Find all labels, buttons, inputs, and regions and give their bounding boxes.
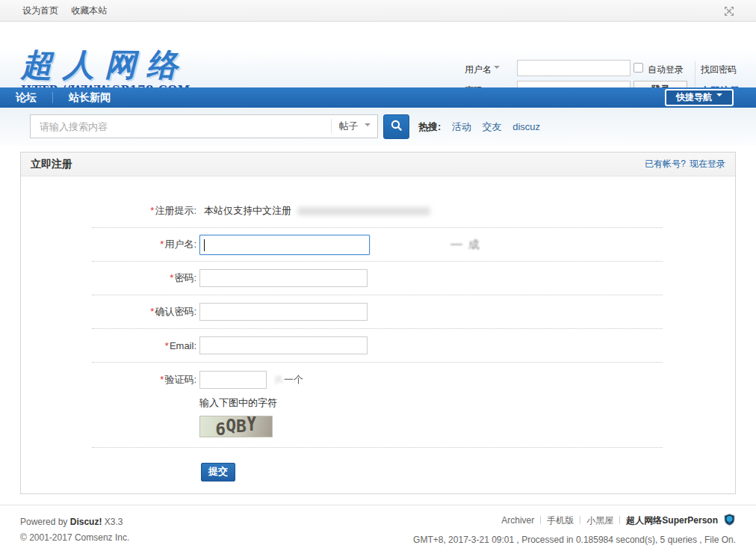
hot-search-label: 热搜: <box>418 121 441 132</box>
hot-link-friends[interactable]: 交友 <box>483 121 502 132</box>
password-row: *密码: <box>92 262 663 295</box>
expand-icon[interactable] <box>723 5 735 17</box>
tip-label: *注册提示: <box>92 204 196 218</box>
email-input[interactable] <box>199 336 368 354</box>
text-caret <box>204 239 205 251</box>
login-now-link[interactable]: 现在登录 <box>690 158 725 170</box>
submit-row: 提交 <box>92 448 735 496</box>
search-input[interactable] <box>31 115 331 138</box>
chevron-down-icon <box>716 93 722 99</box>
submit-button[interactable]: 提交 <box>201 463 235 481</box>
tip-row: *注册提示: 本站仅支持中文注册 <box>92 194 663 228</box>
captcha-input[interactable] <box>199 371 267 389</box>
main-nav: 论坛 站长新闻 快捷导航 <box>0 87 756 108</box>
chevron-down-icon <box>365 123 371 129</box>
nav-item-forum[interactable]: 论坛 <box>0 87 52 108</box>
captcha-label: *验证码: <box>92 373 196 387</box>
banned-room-link[interactable]: 小黑屋 <box>586 515 613 526</box>
username-type-dropdown-icon <box>494 66 500 72</box>
search-button[interactable] <box>383 114 409 139</box>
login-username-label[interactable]: 用户名 <box>465 64 500 76</box>
bookmark-link[interactable]: 收藏本站 <box>71 5 107 16</box>
hot-link-activity[interactable]: 活动 <box>452 121 471 132</box>
password-label: *密码: <box>92 271 196 285</box>
panel-header: 立即注册 已有帐号? 现在登录 <box>21 153 735 176</box>
confirm-password-row: *确认密码: <box>92 295 663 329</box>
captcha-section: *验证码: 换一个 输入下图中的字符 6QBY <box>92 363 663 448</box>
forgot-password-link[interactable]: 找回密码 <box>701 64 737 76</box>
mobile-link[interactable]: 手机版 <box>547 515 574 526</box>
archiver-link[interactable]: Archiver <box>501 515 534 526</box>
copyright-line: © 2001-2017 Comsenz Inc. <box>20 530 129 546</box>
set-homepage-link[interactable]: 设为首页 <box>22 5 58 16</box>
email-label: *Email: <box>92 340 196 351</box>
login-username-input[interactable] <box>517 60 630 76</box>
username-input[interactable] <box>200 236 369 254</box>
tip-text: 本站仅支持中文注册 <box>204 204 291 218</box>
captcha-image[interactable]: 6QBY <box>199 416 273 437</box>
top-utility-bar: 设为首页 收藏本站 <box>0 0 756 22</box>
hot-link-discuz[interactable]: discuz <box>512 121 540 132</box>
register-panel: 立即注册 已有帐号? 现在登录 *注册提示: 本站仅支持中文注册 *用户名: 成… <box>20 152 736 494</box>
username-row: *用户名: 成 <box>92 228 663 262</box>
footer-links-line: Archiver手机版小黑屋超人网络SuperPerson <box>413 512 736 532</box>
nav-item-news[interactable]: 站长新闻 <box>53 87 126 108</box>
logo-title: 超人网络 <box>21 49 190 81</box>
panel-title: 立即注册 <box>31 158 72 171</box>
captcha-refresh-link[interactable]: 换一个 <box>274 373 303 387</box>
search-scope-dropdown[interactable]: 帖子 <box>331 119 377 134</box>
confirm-password-label: *确认密码: <box>92 305 196 318</box>
auto-login-label: 自动登录 <box>648 64 684 76</box>
footer: Powered by Discuz! X3.3 © 2001-2017 Coms… <box>0 505 756 557</box>
captcha-instruction: 输入下图中的字符 <box>199 396 663 410</box>
quick-nav-button[interactable]: 快捷导航 <box>665 89 734 106</box>
blurred-artifact <box>297 207 430 215</box>
email-row: *Email: <box>92 329 663 363</box>
blurred-artifact: 成 <box>450 238 480 252</box>
password-input[interactable] <box>199 269 368 287</box>
auto-login-checkbox[interactable] <box>633 63 643 73</box>
search-box: 帖子 <box>30 114 378 138</box>
powered-by-line: Powered by Discuz! X3.3 <box>20 514 129 530</box>
discuz-link[interactable]: Discuz! <box>70 517 102 527</box>
have-account-link[interactable]: 已有帐号? <box>645 158 686 170</box>
username-label: *用户名: <box>92 238 196 251</box>
search-icon <box>390 119 403 132</box>
username-field-wrapper <box>199 235 370 255</box>
register-form: *注册提示: 本站仅支持中文注册 *用户名: 成 *密码: *确认密码: *Em… <box>21 176 735 496</box>
confirm-password-input[interactable] <box>199 303 368 321</box>
site-name: 超人网络SuperPerson <box>626 515 718 526</box>
captcha-row: *验证码: 换一个 <box>92 363 663 396</box>
site-header: 超人网络 HTTP://WWW.SP178.COM 用户名 自动登录 找回密码 … <box>0 22 756 87</box>
search-bar: 帖子 热搜: 活动 交友 discuz <box>0 108 756 146</box>
footer-stats: GMT+8, 2017-3-21 09:01 , Processed in 0.… <box>413 532 736 548</box>
comsenz-shield-icon[interactable] <box>723 513 736 532</box>
